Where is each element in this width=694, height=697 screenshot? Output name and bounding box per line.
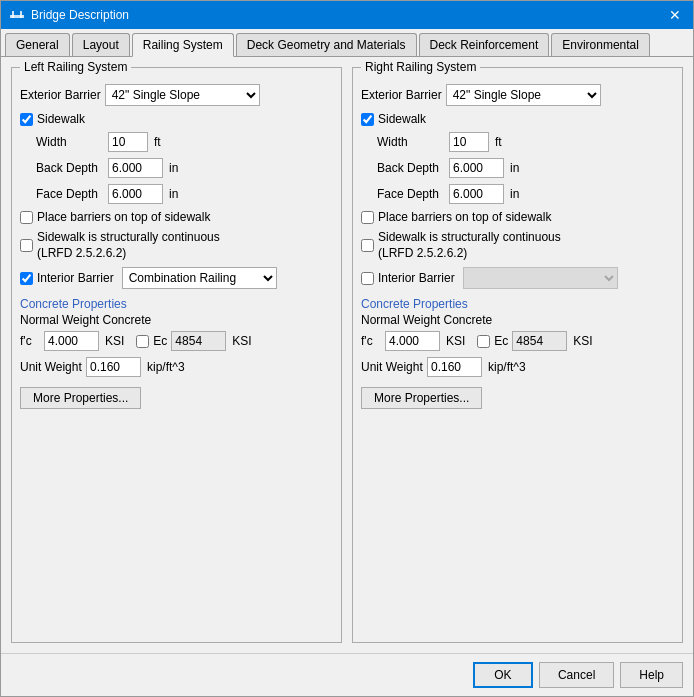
svg-rect-1	[12, 11, 14, 18]
right-sidewalk-label: Sidewalk	[378, 112, 426, 126]
right-more-props-container: More Properties...	[361, 383, 674, 409]
right-back-depth-unit: in	[510, 161, 519, 175]
right-structurally-continuous-row: Sidewalk is structurally continuous(LRFD…	[361, 230, 674, 261]
ok-button[interactable]: OK	[473, 662, 533, 688]
left-sidewalk-row: Sidewalk	[20, 112, 333, 126]
right-fc-label: f'c	[361, 334, 381, 348]
right-exterior-barrier-label: Exterior Barrier	[361, 88, 442, 102]
left-interior-barrier-checkbox[interactable]	[20, 272, 33, 285]
right-sidewalk-row: Sidewalk	[361, 112, 674, 126]
title-bar-left: Bridge Description	[9, 7, 129, 23]
right-unit-weight-label: Unit Weight	[361, 360, 423, 374]
right-interior-barrier-label: Interior Barrier	[378, 271, 455, 285]
right-panel-title: Right Railing System	[361, 60, 480, 74]
right-place-barriers-row: Place barriers on top of sidewalk	[361, 210, 674, 224]
right-exterior-barrier-select[interactable]: 42" Single Slope	[446, 84, 601, 106]
left-more-properties-button[interactable]: More Properties...	[20, 387, 141, 409]
tab-deck-reinforcement[interactable]: Deck Reinforcement	[419, 33, 550, 56]
right-back-depth-label: Back Depth	[377, 161, 445, 175]
help-button[interactable]: Help	[620, 662, 683, 688]
left-sidewalk-checkbox[interactable]	[20, 113, 33, 126]
right-ec-label: Ec	[494, 334, 508, 348]
tab-general[interactable]: General	[5, 33, 70, 56]
left-structurally-continuous-checkbox[interactable]	[20, 239, 33, 252]
tab-layout[interactable]: Layout	[72, 33, 130, 56]
left-exterior-barrier-label: Exterior Barrier	[20, 88, 101, 102]
left-back-depth-unit: in	[169, 161, 178, 175]
right-place-barriers-checkbox[interactable]	[361, 211, 374, 224]
right-sidewalk-checkbox[interactable]	[361, 113, 374, 126]
left-fc-unit: KSI	[105, 334, 124, 348]
left-exterior-barrier-row: Exterior Barrier 42" Single Slope	[20, 84, 333, 106]
right-normal-weight-label: Normal Weight Concrete	[361, 313, 674, 327]
left-interior-barrier-row: Interior Barrier Combination Railing	[20, 267, 333, 289]
left-interior-barrier-select[interactable]: Combination Railing	[122, 267, 277, 289]
right-interior-barrier-row: Interior Barrier	[361, 267, 674, 289]
left-unit-weight-label: Unit Weight	[20, 360, 82, 374]
left-width-label: Width	[36, 135, 104, 149]
right-fc-input[interactable]	[385, 331, 440, 351]
right-interior-barrier-select[interactable]	[463, 267, 618, 289]
right-interior-barrier-checkbox[interactable]	[361, 272, 374, 285]
right-structurally-continuous-checkbox[interactable]	[361, 239, 374, 252]
content-area: Left Railing System Exterior Barrier 42"…	[1, 57, 693, 653]
cancel-button[interactable]: Cancel	[539, 662, 614, 688]
left-fc-row: f'c KSI Ec KSI	[20, 331, 333, 351]
left-unit-weight-input[interactable]	[86, 357, 141, 377]
left-ec-label: Ec	[153, 334, 167, 348]
left-sidewalk-label: Sidewalk	[37, 112, 85, 126]
left-normal-weight-label: Normal Weight Concrete	[20, 313, 333, 327]
tab-environmental[interactable]: Environmental	[551, 33, 650, 56]
left-face-depth-input[interactable]	[108, 184, 163, 204]
right-fc-row: f'c KSI Ec KSI	[361, 331, 674, 351]
left-back-depth-label: Back Depth	[36, 161, 104, 175]
right-place-barriers-label: Place barriers on top of sidewalk	[378, 210, 551, 224]
right-panel: Right Railing System Exterior Barrier 42…	[352, 67, 683, 643]
right-face-depth-row: Face Depth in	[361, 184, 674, 204]
right-face-depth-input[interactable]	[449, 184, 504, 204]
left-structurally-continuous-label: Sidewalk is structurally continuous(LRFD…	[37, 230, 220, 261]
left-fc-input[interactable]	[44, 331, 99, 351]
right-face-depth-label: Face Depth	[377, 187, 445, 201]
left-width-input[interactable]	[108, 132, 148, 152]
right-unit-weight-row: Unit Weight kip/ft^3	[361, 357, 674, 377]
right-ec-checkbox[interactable]	[477, 335, 490, 348]
right-unit-weight-input[interactable]	[427, 357, 482, 377]
left-ec-unit: KSI	[232, 334, 251, 348]
right-back-depth-input[interactable]	[449, 158, 504, 178]
right-face-depth-unit: in	[510, 187, 519, 201]
left-ec-checkbox[interactable]	[136, 335, 149, 348]
right-concrete-props-label: Concrete Properties	[361, 297, 674, 311]
right-ec-input[interactable]	[512, 331, 567, 351]
left-structurally-continuous-row: Sidewalk is structurally continuous(LRFD…	[20, 230, 333, 261]
right-width-unit: ft	[495, 135, 502, 149]
right-width-input[interactable]	[449, 132, 489, 152]
close-button[interactable]: ✕	[665, 8, 685, 22]
panels-row: Left Railing System Exterior Barrier 42"…	[11, 67, 683, 643]
right-more-properties-button[interactable]: More Properties...	[361, 387, 482, 409]
left-width-unit: ft	[154, 135, 161, 149]
right-structurally-continuous-label: Sidewalk is structurally continuous(LRFD…	[378, 230, 561, 261]
left-exterior-barrier-select[interactable]: 42" Single Slope	[105, 84, 260, 106]
svg-rect-2	[20, 11, 22, 18]
tab-deck-geometry[interactable]: Deck Geometry and Materials	[236, 33, 417, 56]
left-unit-weight-row: Unit Weight kip/ft^3	[20, 357, 333, 377]
left-concrete-props-label: Concrete Properties	[20, 297, 333, 311]
left-more-props-container: More Properties...	[20, 383, 333, 409]
left-face-depth-unit: in	[169, 187, 178, 201]
left-back-depth-input[interactable]	[108, 158, 163, 178]
left-place-barriers-checkbox[interactable]	[20, 211, 33, 224]
right-width-row: Width ft	[361, 132, 674, 152]
left-ec-input[interactable]	[171, 331, 226, 351]
left-panel-title: Left Railing System	[20, 60, 131, 74]
left-back-depth-row: Back Depth in	[20, 158, 333, 178]
right-back-depth-row: Back Depth in	[361, 158, 674, 178]
left-face-depth-label: Face Depth	[36, 187, 104, 201]
title-bar: Bridge Description ✕	[1, 1, 693, 29]
tab-railing-system[interactable]: Railing System	[132, 33, 234, 57]
right-exterior-barrier-row: Exterior Barrier 42" Single Slope	[361, 84, 674, 106]
main-window: Bridge Description ✕ General Layout Rail…	[0, 0, 694, 697]
window-title: Bridge Description	[31, 8, 129, 22]
right-fc-unit: KSI	[446, 334, 465, 348]
bridge-icon	[9, 7, 25, 23]
